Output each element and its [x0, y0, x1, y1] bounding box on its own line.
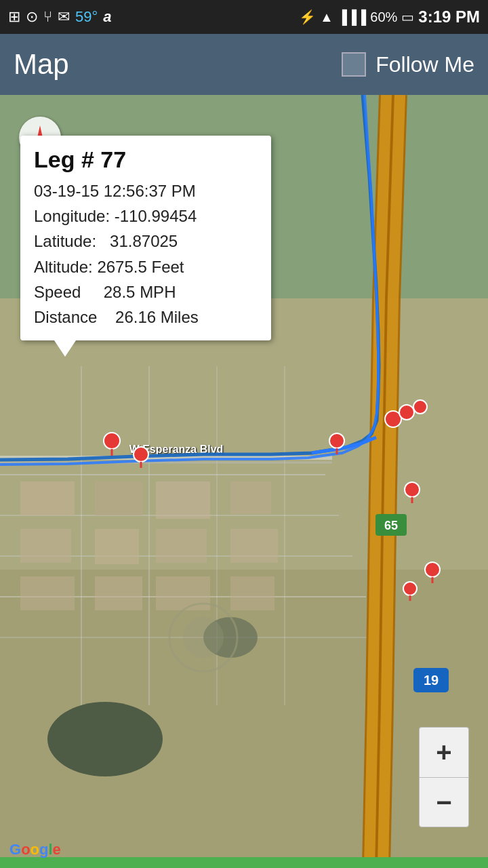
app-title: Map [14, 48, 328, 81]
bottom-bar [0, 857, 488, 868]
svg-rect-15 [156, 481, 210, 519]
latitude-value: 31.87025 [110, 232, 178, 250]
svg-point-45 [405, 482, 420, 497]
distance-label: Distance [34, 308, 97, 326]
zoom-out-button[interactable]: − [419, 777, 469, 827]
altitude-value: 2675.5 Feet [97, 258, 184, 276]
app-bar: Map Follow Me [0, 34, 488, 95]
popup-altitude: Altitude: 2675.5 Feet [34, 254, 258, 279]
temperature-icon: 59° [75, 8, 98, 26]
svg-rect-23 [156, 576, 210, 610]
speed-label: Speed [34, 283, 81, 301]
battery-percent: 60% [370, 9, 397, 25]
follow-me-checkbox[interactable] [342, 52, 366, 77]
svg-rect-20 [230, 529, 278, 563]
mail-icon: ✉ [58, 8, 70, 26]
svg-point-28 [183, 617, 224, 658]
wifi-icon: ▲ [320, 9, 333, 25]
svg-rect-21 [20, 576, 75, 610]
usb-icon: ⑂ [43, 8, 52, 26]
popup-datetime: 03-19-15 12:56:37 PM [34, 178, 258, 203]
svg-point-25 [47, 702, 163, 776]
popup-latitude: Latitude: 31.87025 [34, 229, 258, 254]
svg-rect-22 [95, 576, 142, 610]
popup-title: Leg # 77 [34, 146, 258, 173]
altitude-label: Altitude: [34, 258, 93, 276]
svg-point-47 [425, 562, 440, 577]
svg-point-40 [329, 433, 344, 448]
svg-rect-13 [20, 481, 75, 515]
svg-rect-14 [95, 481, 142, 515]
zoom-controls[interactable]: + − [419, 727, 469, 827]
svg-text:19: 19 [424, 673, 439, 688]
signal-bars-icon: ▐▐▐ [338, 9, 367, 25]
svg-text:65: 65 [384, 519, 398, 532]
longitude-label: Longitude: [34, 207, 110, 225]
svg-point-36 [104, 433, 120, 449]
plus-icon: ⊞ [8, 8, 20, 26]
location-icon: ⊙ [26, 8, 38, 26]
svg-rect-17 [20, 529, 71, 563]
info-popup: Leg # 77 03-19-15 12:56:37 PM Longitude:… [20, 136, 271, 340]
popup-distance: Distance 26.16 Miles [34, 304, 258, 330]
latitude-label: Latitude: [34, 232, 96, 250]
time-display: 3:19 PM [418, 7, 480, 26]
status-right-icons: ⚡ ▲ ▐▐▐ 60% ▭ 3:19 PM [299, 7, 480, 26]
status-bar: ⊞ ⊙ ⑂ ✉ 59° a ⚡ ▲ ▐▐▐ 60% ▭ 3:19 PM [0, 0, 488, 34]
follow-me-label: Follow Me [375, 52, 474, 77]
zoom-in-button[interactable]: + [419, 727, 469, 777]
svg-point-44 [413, 400, 427, 414]
svg-rect-18 [95, 529, 139, 564]
amazon-icon: a [103, 8, 111, 26]
google-logo: Google [9, 841, 61, 859]
status-left-icons: ⊞ ⊙ ⑂ ✉ 59° a [8, 8, 112, 26]
svg-rect-16 [230, 481, 271, 514]
map-container[interactable]: 19 65 W Esperanza Blvd [0, 95, 488, 868]
popup-speed: Speed 28.5 MPH [34, 279, 258, 304]
bluetooth-icon: ⚡ [299, 9, 316, 25]
battery-icon: ▭ [401, 9, 414, 25]
follow-me-button[interactable]: Follow Me [342, 52, 474, 77]
longitude-value: -110.99454 [115, 207, 197, 225]
svg-point-49 [403, 582, 417, 595]
distance-value: 26.16 Miles [115, 308, 199, 326]
svg-rect-24 [230, 576, 274, 610]
svg-point-43 [399, 405, 414, 420]
speed-value: 28.5 MPH [104, 283, 176, 301]
popup-longitude: Longitude: -110.99454 [34, 203, 258, 229]
svg-point-38 [134, 447, 148, 462]
svg-rect-19 [156, 529, 207, 563]
